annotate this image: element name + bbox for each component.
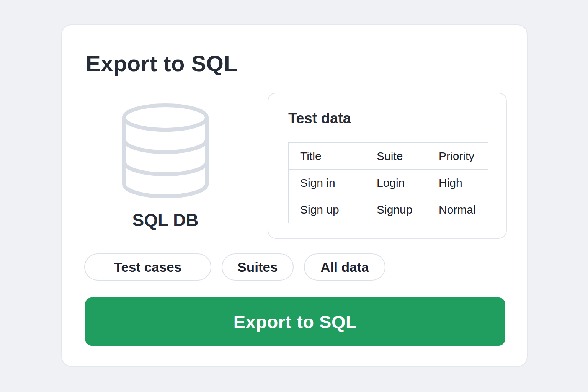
test-data-panel-title: Test data (288, 110, 351, 127)
export-to-sql-card: Export to SQL SQL DB Test data Title Sui… (61, 24, 528, 367)
test-data-panel: Test data Title Suite Priority Sign in L… (268, 93, 507, 239)
database-cylinder-icon (121, 103, 209, 199)
column-header-title: Title (289, 143, 365, 170)
export-scope-pills: Test cases Suites All data (84, 253, 385, 281)
cell-title: Sign in (289, 170, 365, 196)
page-title: Export to SQL (86, 51, 237, 76)
table-row: Sign up Signup Normal (289, 196, 488, 223)
pill-test-cases[interactable]: Test cases (84, 253, 211, 281)
export-to-sql-button[interactable]: Export to SQL (85, 297, 505, 346)
sql-db-illustration: SQL DB (121, 103, 209, 230)
cell-suite: Login (365, 170, 427, 196)
cell-suite: Signup (365, 196, 427, 223)
pill-all-data[interactable]: All data (304, 253, 385, 281)
cell-title: Sign up (289, 196, 365, 223)
column-header-suite: Suite (365, 143, 427, 170)
pill-suites[interactable]: Suites (222, 253, 294, 281)
test-data-table: Title Suite Priority Sign in Login High … (288, 142, 488, 223)
column-header-priority: Priority (427, 143, 488, 170)
cell-priority: High (427, 170, 488, 196)
cell-priority: Normal (427, 196, 488, 223)
table-header-row: Title Suite Priority (289, 143, 488, 170)
sql-db-label: SQL DB (121, 210, 209, 230)
table-row: Sign in Login High (289, 170, 488, 196)
